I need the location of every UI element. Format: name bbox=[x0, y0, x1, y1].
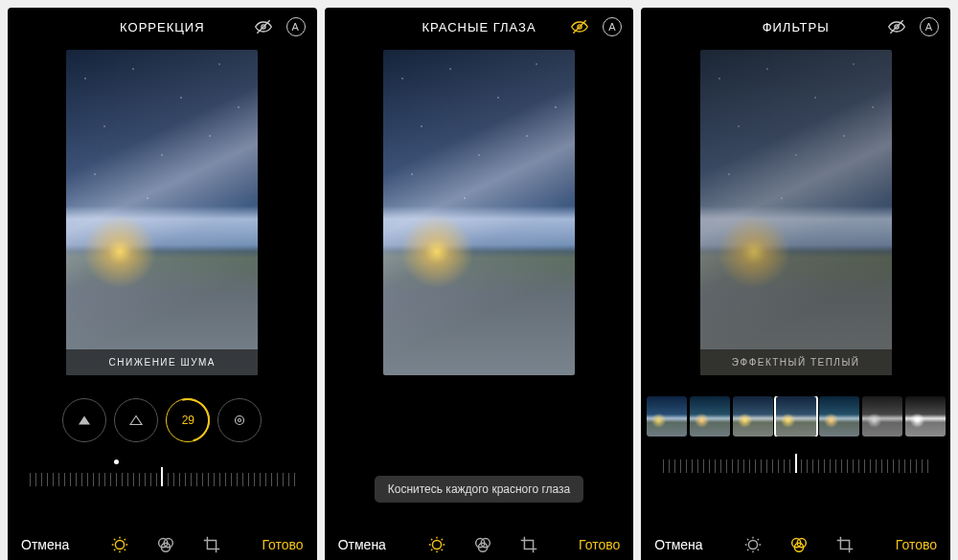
svg-point-4 bbox=[115, 540, 124, 549]
done-button[interactable]: Готово bbox=[262, 537, 303, 552]
tool-tabs bbox=[426, 534, 539, 555]
cancel-button[interactable]: Отмена bbox=[654, 537, 702, 552]
tab-crop-icon[interactable] bbox=[201, 534, 222, 555]
markup-icon[interactable]: A bbox=[603, 17, 622, 36]
tab-adjust-icon[interactable] bbox=[426, 534, 447, 555]
filter-thumb[interactable] bbox=[905, 396, 946, 437]
top-bar: ФИЛЬТРЫ A bbox=[641, 8, 950, 46]
redeye-controls: Коснитесь каждого красного глаза bbox=[325, 381, 634, 522]
photo-preview[interactable]: СНИЖЕНИЕ ШУМА bbox=[66, 50, 258, 375]
dial-vignette[interactable] bbox=[217, 398, 262, 442]
screen-title: КОРРЕКЦИЯ bbox=[120, 20, 204, 34]
photo-preview-area: ЭФФЕКТНЫЙ ТЕПЛЫЙ bbox=[641, 46, 950, 381]
photo-preview-area bbox=[325, 46, 634, 381]
slider-center-tick bbox=[161, 467, 163, 486]
adjustment-controls: 29 bbox=[8, 381, 317, 522]
photo-preview[interactable] bbox=[383, 50, 575, 375]
tab-adjust-icon[interactable] bbox=[109, 534, 130, 555]
dial-definition[interactable] bbox=[114, 398, 158, 442]
top-bar: КОРРЕКЦИЯ A bbox=[8, 8, 317, 46]
filter-thumb[interactable] bbox=[647, 396, 687, 437]
top-bar: КРАСНЫЕ ГЛАЗА A bbox=[325, 8, 634, 46]
bottom-bar: Отмена Г bbox=[8, 522, 317, 560]
value-slider[interactable] bbox=[30, 463, 295, 486]
markup-icon[interactable]: A bbox=[920, 17, 939, 36]
toggle-preview-icon[interactable] bbox=[887, 17, 906, 36]
markup-icon[interactable]: A bbox=[286, 17, 306, 36]
filter-intensity-slider[interactable] bbox=[663, 450, 928, 473]
filter-thumb[interactable] bbox=[862, 396, 902, 437]
bottom-bar: Отмена Г bbox=[641, 522, 950, 560]
photo-preview-area: СНИЖЕНИЕ ШУМА bbox=[8, 46, 317, 381]
tab-crop-icon[interactable] bbox=[834, 534, 855, 555]
svg-point-2 bbox=[236, 416, 244, 425]
slider-origin-dot bbox=[114, 459, 119, 464]
dial-sharpness[interactable] bbox=[62, 398, 106, 442]
screen-correction: КОРРЕКЦИЯ A СНИЖЕНИЕ ШУМА bbox=[8, 8, 317, 560]
slider-center-tick bbox=[795, 454, 797, 473]
redeye-hint-bubble: Коснитесь каждого красного глаза bbox=[375, 476, 583, 503]
filter-thumbnail-strip[interactable] bbox=[641, 396, 950, 437]
filter-thumb-selected[interactable] bbox=[776, 396, 816, 437]
filter-thumb[interactable] bbox=[733, 396, 773, 437]
cancel-button[interactable]: Отмена bbox=[21, 537, 69, 552]
svg-point-10 bbox=[432, 540, 441, 549]
tool-tabs bbox=[109, 534, 222, 555]
adjustment-name-label: СНИЖЕНИЕ ШУМА bbox=[66, 349, 258, 375]
screen-filters: ФИЛЬТРЫ A ЭФФЕКТНЫЙ ТЕПЛЫЙ bbox=[641, 8, 950, 560]
screen-title: КРАСНЫЕ ГЛАЗА bbox=[422, 20, 536, 34]
tab-crop-icon[interactable] bbox=[518, 534, 539, 555]
filter-thumb[interactable] bbox=[819, 396, 859, 437]
adjustment-dials: 29 bbox=[62, 398, 262, 442]
screen-redeye: КРАСНЫЕ ГЛАЗА A Коснитесь каждого красно… bbox=[325, 8, 634, 560]
screen-title: ФИЛЬТРЫ bbox=[763, 20, 830, 34]
svg-point-16 bbox=[749, 540, 758, 549]
filter-controls bbox=[641, 381, 950, 522]
tab-filters-icon[interactable] bbox=[472, 534, 493, 555]
cancel-button[interactable]: Отмена bbox=[338, 537, 386, 552]
dial-value: 29 bbox=[182, 414, 194, 427]
bottom-bar: Отмена Г bbox=[325, 522, 634, 560]
filter-name-label: ЭФФЕКТНЫЙ ТЕПЛЫЙ bbox=[700, 349, 892, 375]
toggle-preview-icon[interactable] bbox=[254, 17, 273, 36]
done-button[interactable]: Готово bbox=[579, 537, 620, 552]
tab-filters-icon[interactable] bbox=[788, 534, 810, 555]
photo-preview[interactable]: ЭФФЕКТНЫЙ ТЕПЛЫЙ bbox=[700, 50, 892, 375]
dial-noise-reduction[interactable]: 29 bbox=[166, 398, 210, 442]
tab-adjust-icon[interactable] bbox=[742, 534, 764, 555]
tab-filters-icon[interactable] bbox=[155, 534, 176, 555]
svg-point-3 bbox=[239, 419, 241, 422]
tool-tabs bbox=[742, 534, 855, 555]
toggle-preview-icon[interactable] bbox=[570, 17, 589, 36]
filter-thumb[interactable] bbox=[690, 396, 730, 437]
done-button[interactable]: Готово bbox=[896, 537, 937, 552]
